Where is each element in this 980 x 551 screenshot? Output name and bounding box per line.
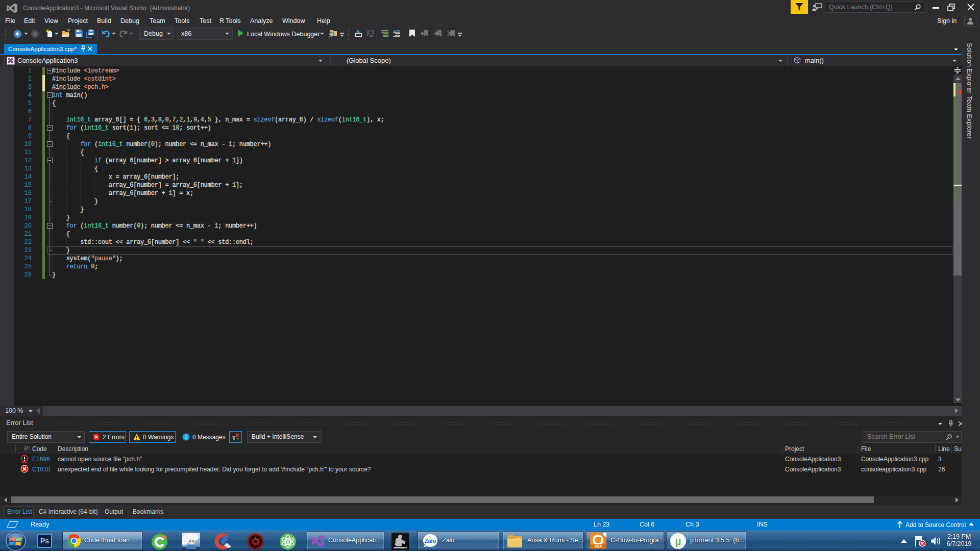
svg-text:Zalo: Zalo (425, 538, 436, 544)
svg-text:µ: µ (675, 535, 681, 547)
